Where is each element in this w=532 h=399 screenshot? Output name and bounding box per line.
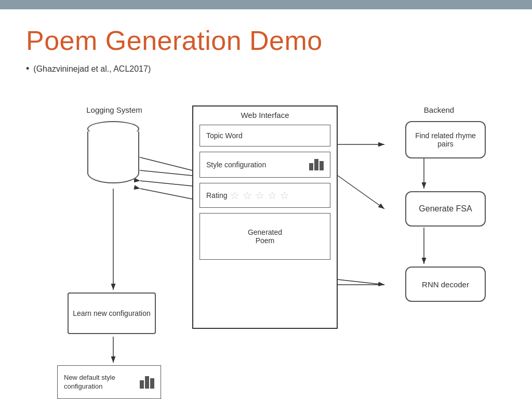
logging-system-label: Logging System xyxy=(83,105,145,114)
star-4: ☆ xyxy=(268,189,277,202)
database-cylinder xyxy=(87,121,139,183)
generated-poem-label-2: Poem xyxy=(256,236,275,245)
slide-subtitle: (Ghazvininejad et al., ACL2017) xyxy=(26,63,506,74)
generated-poem-label-1: Generated xyxy=(248,228,282,236)
generate-fsa-box: Generate FSA xyxy=(405,191,486,227)
rhyme-pairs-label: Find related rhyme pairs xyxy=(410,131,481,148)
svg-line-4 xyxy=(140,170,192,176)
svg-line-7 xyxy=(338,176,384,209)
learn-config-box: Learn new configuration xyxy=(68,292,156,334)
cylinder-body xyxy=(87,131,139,183)
star-5: ☆ xyxy=(280,189,289,202)
generated-poem-section: Generated Poem xyxy=(200,213,330,260)
rnn-label: RNN decoder xyxy=(422,280,469,289)
rating-section: Rating ☆ ☆ ☆ ☆ ☆ xyxy=(200,183,330,208)
top-bar xyxy=(0,0,532,9)
rnn-decoder-box: RNN decoder xyxy=(405,267,486,302)
bar-chart-icon-default xyxy=(140,376,154,389)
star-2: ☆ xyxy=(243,189,252,202)
fsa-label: Generate FSA xyxy=(419,204,472,214)
star-3: ☆ xyxy=(255,189,264,202)
style-config-label: Style configuration xyxy=(206,161,266,169)
topic-word-label: Topic Word xyxy=(206,131,243,140)
svg-line-3 xyxy=(140,157,192,170)
bar-chart-icon xyxy=(309,159,324,170)
style-config-section: Style configuration xyxy=(200,152,330,178)
topic-word-section: Topic Word xyxy=(200,125,330,147)
web-interface-label: Web Interface xyxy=(193,107,337,125)
web-interface-box: Web Interface Topic Word Style configura… xyxy=(192,105,338,329)
svg-line-8 xyxy=(338,280,384,285)
svg-line-5 xyxy=(140,181,192,186)
rating-label: Rating xyxy=(206,191,227,200)
diagram: Logging System Learn new configuration N… xyxy=(26,90,514,365)
default-style-box: New default style configuration xyxy=(57,365,161,399)
backend-label: Backend xyxy=(405,105,473,114)
star-1: ☆ xyxy=(230,189,240,202)
rhyme-pairs-box: Find related rhyme pairs xyxy=(405,121,486,158)
default-style-label: New default style configuration xyxy=(64,374,136,391)
slide-title: Poem Generation Demo xyxy=(26,25,506,56)
slide-content: Poem Generation Demo (Ghazvininejad et a… xyxy=(0,9,532,376)
svg-line-6 xyxy=(140,189,192,199)
